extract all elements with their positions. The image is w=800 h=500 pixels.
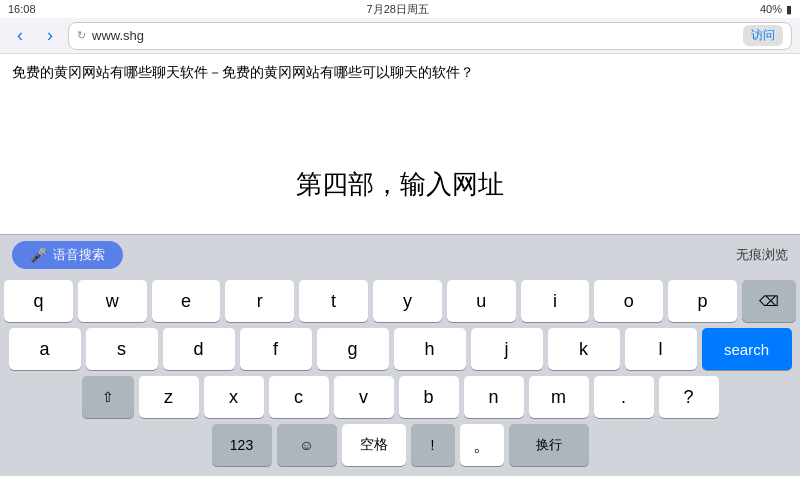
key-return[interactable]: 换行 <box>509 424 589 466</box>
page-title: 免费的黄冈网站有哪些聊天软件－免费的黄冈网站有哪些可以聊天的软件？ <box>12 62 788 83</box>
private-browse-label: 无痕浏览 <box>736 247 788 262</box>
browser-bar: ‹ › ↻ www.shg 访问 <box>0 18 800 54</box>
status-right: 40% ▮ <box>760 3 792 16</box>
key-a[interactable]: a <box>9 328 81 370</box>
center-message-area: 第四部，输入网址 <box>0 134 800 234</box>
key-f[interactable]: f <box>240 328 312 370</box>
status-time: 16:08 <box>8 3 36 15</box>
status-date: 7月28日周五 <box>367 2 429 17</box>
mic-icon: 🎤 <box>30 247 47 263</box>
key-o[interactable]: o <box>594 280 663 322</box>
keyboard-row-2: a s d f g h j k l search <box>4 328 796 370</box>
shift-key[interactable]: ⇧ <box>82 376 134 418</box>
key-w[interactable]: w <box>78 280 147 322</box>
key-x[interactable]: x <box>204 376 264 418</box>
key-d[interactable]: d <box>163 328 235 370</box>
key-l[interactable]: l <box>625 328 697 370</box>
keyboard: q w e r t y u i o p ⌫ a s d f g h j k l … <box>0 274 800 476</box>
emoji-key[interactable]: ☺ <box>277 424 337 466</box>
forward-arrow: › <box>47 25 53 46</box>
key-m[interactable]: m <box>529 376 589 418</box>
key-period-bottom[interactable]: 。 <box>460 424 504 466</box>
page-content: 免费的黄冈网站有哪些聊天软件－免费的黄冈网站有哪些可以聊天的软件？ <box>0 54 800 134</box>
key-h[interactable]: h <box>394 328 466 370</box>
voice-search-label: 语音搜索 <box>53 246 105 264</box>
private-browse-button[interactable]: 无痕浏览 <box>736 246 788 264</box>
key-k[interactable]: k <box>548 328 620 370</box>
key-i[interactable]: i <box>521 280 590 322</box>
refresh-icon: ↻ <box>77 29 86 42</box>
key-question[interactable]: ? <box>659 376 719 418</box>
url-bar[interactable]: ↻ www.shg 访问 <box>68 22 792 50</box>
key-t[interactable]: t <box>299 280 368 322</box>
back-button[interactable]: ‹ <box>8 24 32 48</box>
key-r[interactable]: r <box>225 280 294 322</box>
back-arrow: ‹ <box>17 25 23 46</box>
keyboard-top-bar: 🎤 语音搜索 无痕浏览 <box>0 234 800 274</box>
key-e[interactable]: e <box>152 280 221 322</box>
visit-button[interactable]: 访问 <box>743 25 783 46</box>
key-b[interactable]: b <box>399 376 459 418</box>
key-v[interactable]: v <box>334 376 394 418</box>
key-n[interactable]: n <box>464 376 524 418</box>
key-u[interactable]: u <box>447 280 516 322</box>
center-message-text: 第四部，输入网址 <box>296 167 504 202</box>
keyboard-row-bottom: 123 ☺ 空格 ! 。 换行 <box>4 424 796 466</box>
key-dot[interactable]: . <box>594 376 654 418</box>
key-s[interactable]: s <box>86 328 158 370</box>
key-q[interactable]: q <box>4 280 73 322</box>
search-key[interactable]: search <box>702 328 792 370</box>
delete-key[interactable]: ⌫ <box>742 280 796 322</box>
key-z[interactable]: z <box>139 376 199 418</box>
key-g[interactable]: g <box>317 328 389 370</box>
battery-text: 40% <box>760 3 782 15</box>
url-text: www.shg <box>92 28 737 43</box>
key-p[interactable]: p <box>668 280 737 322</box>
space-key[interactable]: 空格 <box>342 424 406 466</box>
keyboard-row-1: q w e r t y u i o p ⌫ <box>4 280 796 322</box>
key-123[interactable]: 123 <box>212 424 272 466</box>
forward-button[interactable]: › <box>38 24 62 48</box>
battery-icon: ▮ <box>786 3 792 16</box>
keyboard-row-3: ⇧ z x c v b n m . ? <box>4 376 796 418</box>
status-bar: 16:08 7月28日周五 40% ▮ <box>0 0 800 18</box>
key-c[interactable]: c <box>269 376 329 418</box>
key-y[interactable]: y <box>373 280 442 322</box>
voice-search-button[interactable]: 🎤 语音搜索 <box>12 241 123 269</box>
key-exclaim[interactable]: ! <box>411 424 455 466</box>
key-j[interactable]: j <box>471 328 543 370</box>
